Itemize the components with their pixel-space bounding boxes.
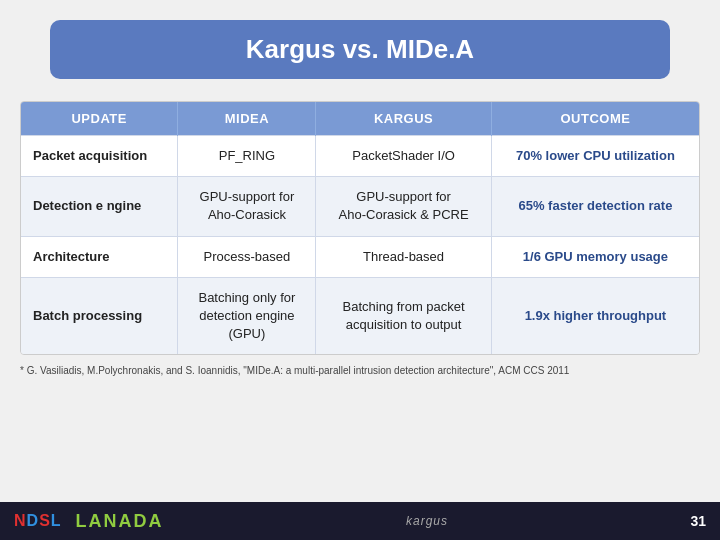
center-logo: kargus <box>406 514 448 528</box>
table-row: Detection e ngineGPU-support for Aho-Cor… <box>21 177 699 236</box>
col-header-midea: MIDEA <box>178 102 316 136</box>
slide-title: Kargus vs. MIDe.A <box>80 34 640 65</box>
col-header-update: UPDATE <box>21 102 178 136</box>
cell-update-2: Architecture <box>21 236 178 277</box>
ndsl-s: S <box>39 512 51 529</box>
table-row: ArchitectureProcess-basedThread-based1/6… <box>21 236 699 277</box>
cell-kargus-3: Batching from packet acquisition to outp… <box>316 277 492 354</box>
slide: Kargus vs. MIDe.A UPDATE MIDEA KARGUS OU… <box>0 0 720 540</box>
cell-outcome-3: 1.9x higher throughput <box>491 277 699 354</box>
cell-midea-2: Process-based <box>178 236 316 277</box>
cell-midea-0: PF_RING <box>178 136 316 177</box>
comparison-table: UPDATE MIDEA KARGUS OUTCOME Packet acqui… <box>21 102 699 354</box>
cell-update-3: Batch processing <box>21 277 178 354</box>
col-header-kargus: KARGUS <box>316 102 492 136</box>
cell-outcome-1: 65% faster detection rate <box>491 177 699 236</box>
ndsl-l: L <box>51 512 62 529</box>
cell-kargus-0: PacketShader I/O <box>316 136 492 177</box>
ndsl-n: N <box>14 512 27 529</box>
table-row: Batch processingBatching only for detect… <box>21 277 699 354</box>
cell-update-0: Packet acquisition <box>21 136 178 177</box>
cell-update-1: Detection e ngine <box>21 177 178 236</box>
cell-outcome-0: 70% lower CPU utilization <box>491 136 699 177</box>
bottom-bar: NDSL LANADA kargus 31 <box>0 502 720 540</box>
table-header-row: UPDATE MIDEA KARGUS OUTCOME <box>21 102 699 136</box>
lanada-logo: LANADA <box>76 511 164 532</box>
footnote: * G. Vasiliadis, M.Polychronakis, and S.… <box>20 365 700 376</box>
page-number: 31 <box>690 513 706 529</box>
cell-outcome-2: 1/6 GPU memory usage <box>491 236 699 277</box>
logo-left: NDSL LANADA <box>14 511 164 532</box>
col-header-outcome: OUTCOME <box>491 102 699 136</box>
cell-midea-3: Batching only for detection engine (GPU) <box>178 277 316 354</box>
cell-midea-1: GPU-support for Aho-Corasick <box>178 177 316 236</box>
cell-kargus-1: GPU-support for Aho-Corasick & PCRE <box>316 177 492 236</box>
table-row: Packet acquisitionPF_RINGPacketShader I/… <box>21 136 699 177</box>
ndsl-logo: NDSL <box>14 512 62 530</box>
comparison-table-container: UPDATE MIDEA KARGUS OUTCOME Packet acqui… <box>20 101 700 355</box>
ndsl-d: D <box>27 512 40 529</box>
cell-kargus-2: Thread-based <box>316 236 492 277</box>
title-bar: Kargus vs. MIDe.A <box>50 20 670 79</box>
